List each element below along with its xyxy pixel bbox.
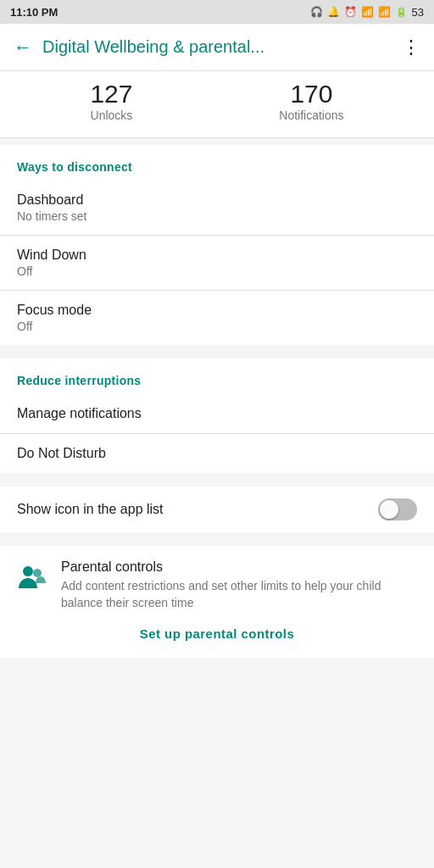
alarm-icon: ⏰ xyxy=(344,6,357,18)
unlocks-stat: 127 Unlocks xyxy=(90,80,132,122)
parental-icon xyxy=(17,561,47,598)
focus-mode-item[interactable]: Focus mode Off xyxy=(0,291,434,345)
wind-down-subtitle: Off xyxy=(17,264,86,278)
show-icon-section: Show icon in the app list xyxy=(0,487,434,532)
setup-parental-controls-button[interactable]: Set up parental controls xyxy=(17,611,417,649)
bell-icon: 🔔 xyxy=(327,6,340,18)
headset-icon: 🎧 xyxy=(310,6,323,18)
back-button[interactable]: ← xyxy=(7,30,39,65)
dashboard-title: Dashboard xyxy=(17,192,86,208)
app-bar: ← Digital Wellbeing & parental... ⋮ xyxy=(0,24,434,71)
parental-controls-section: Parental controls Add content restrictio… xyxy=(0,546,434,658)
do-not-disturb-title: Do Not Disturb xyxy=(17,446,106,461)
show-icon-text: Show icon in the app list xyxy=(17,502,164,517)
more-options-button[interactable]: ⋮ xyxy=(395,30,427,65)
ways-to-disconnect-section: Ways to disconnect Dashboard No timers s… xyxy=(0,145,434,345)
status-icons: 🎧 🔔 ⏰ 📶 📶 🔋 53 xyxy=(310,6,424,19)
battery-level: 53 xyxy=(412,6,424,19)
status-bar: 11:10 PM 🎧 🔔 ⏰ 📶 📶 🔋 53 xyxy=(0,0,434,24)
parental-text: Parental controls Add content restrictio… xyxy=(61,559,417,611)
section-divider-3 xyxy=(0,532,434,539)
notifications-label: Notifications xyxy=(279,108,343,122)
battery-icon: 🔋 xyxy=(395,6,408,18)
reduce-interruptions-section: Reduce interruptions Manage notification… xyxy=(0,359,434,473)
notifications-number: 170 xyxy=(279,80,343,108)
page-title: Digital Wellbeing & parental... xyxy=(42,37,395,57)
show-icon-toggle[interactable] xyxy=(378,498,417,520)
signal-icon: 📶 xyxy=(361,6,374,18)
dashboard-item[interactable]: Dashboard No timers set xyxy=(0,181,434,235)
focus-mode-title: Focus mode xyxy=(17,303,92,318)
manage-notifications-item[interactable]: Manage notifications xyxy=(0,394,434,433)
parental-description: Add content restrictions and set other l… xyxy=(61,578,417,611)
parental-title: Parental controls xyxy=(61,559,417,575)
wind-down-text: Wind Down Off xyxy=(17,248,86,278)
ways-to-disconnect-header: Ways to disconnect xyxy=(0,145,434,181)
unlocks-label: Unlocks xyxy=(90,108,132,122)
unlocks-number: 127 xyxy=(90,80,132,108)
manage-notifications-title: Manage notifications xyxy=(17,406,142,421)
focus-mode-text: Focus mode Off xyxy=(17,303,92,333)
section-divider-2 xyxy=(0,473,434,480)
stats-section: 127 Unlocks 170 Notifications xyxy=(0,71,434,138)
svg-point-1 xyxy=(33,569,42,577)
section-divider-1 xyxy=(0,345,434,352)
svg-point-0 xyxy=(23,566,33,576)
dashboard-subtitle: No timers set xyxy=(17,209,86,223)
parental-row: Parental controls Add content restrictio… xyxy=(17,559,417,611)
toggle-knob xyxy=(380,500,398,519)
do-not-disturb-text: Do Not Disturb xyxy=(17,446,106,461)
manage-notifications-text: Manage notifications xyxy=(17,406,142,421)
do-not-disturb-item[interactable]: Do Not Disturb xyxy=(0,434,434,473)
dashboard-text: Dashboard No timers set xyxy=(17,192,86,223)
wifi-icon: 📶 xyxy=(378,6,391,18)
status-time: 11:10 PM xyxy=(10,6,58,19)
wind-down-item[interactable]: Wind Down Off xyxy=(0,236,434,290)
reduce-interruptions-header: Reduce interruptions xyxy=(0,359,434,394)
show-icon-title: Show icon in the app list xyxy=(17,502,164,517)
show-icon-item[interactable]: Show icon in the app list xyxy=(0,487,434,532)
notifications-stat: 170 Notifications xyxy=(279,80,343,122)
wind-down-title: Wind Down xyxy=(17,248,86,263)
focus-mode-subtitle: Off xyxy=(17,320,92,333)
